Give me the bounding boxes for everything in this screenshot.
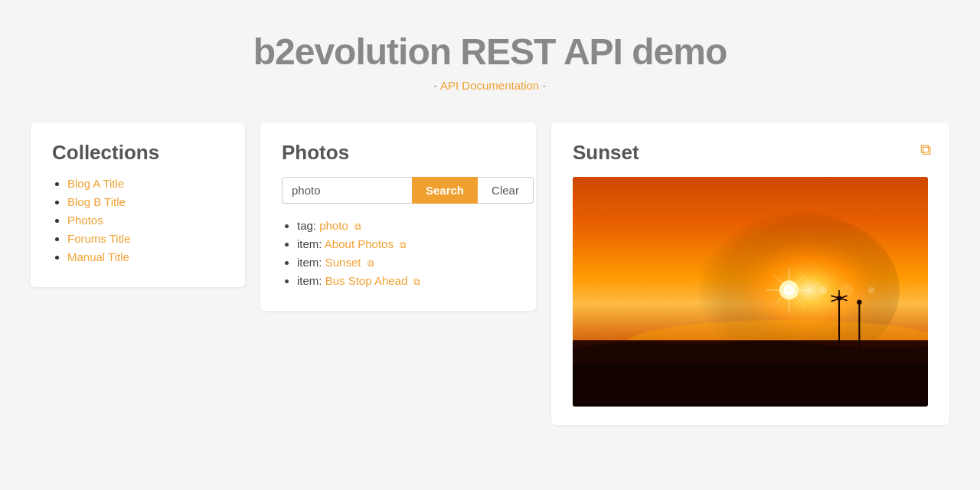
sunset-heading: Sunset <box>573 141 928 165</box>
list-item: Photos <box>67 214 224 227</box>
list-item: tag: photo ⧉ <box>297 219 514 232</box>
sunset-external-link-icon[interactable]: ⧉ <box>920 141 931 158</box>
collections-list: Blog A Title Blog B Title Photos Forums … <box>52 177 224 264</box>
api-doc-link[interactable]: API Documentation <box>440 79 539 92</box>
list-item: Blog B Title <box>67 195 224 209</box>
list-item: item: About Photos ⧉ <box>297 237 514 250</box>
photos-panel: Photos Search Clear tag: photo ⧉ item: A… <box>260 122 536 311</box>
result-link-sunset[interactable]: Sunset <box>325 256 361 269</box>
main-content: Collections Blog A Title Blog B Title Ph… <box>0 107 980 456</box>
list-item: Forums Title <box>67 232 224 246</box>
list-item: item: Sunset ⧉ <box>297 256 514 269</box>
search-input[interactable] <box>282 177 412 204</box>
list-item: item: Bus Stop Ahead ⧉ <box>297 274 514 287</box>
external-link-icon: ⧉ <box>413 276 420 287</box>
photos-heading: Photos <box>282 141 514 165</box>
result-link-bus-stop[interactable]: Bus Stop Ahead <box>325 274 408 287</box>
collection-link-blog-a[interactable]: Blog A Title <box>67 177 124 190</box>
api-doc-subtitle: - API Documentation - <box>15 79 965 92</box>
list-item: Manual Title <box>67 250 224 264</box>
result-link-about-photos[interactable]: About Photos <box>325 237 394 250</box>
results-list: tag: photo ⧉ item: About Photos ⧉ item: … <box>282 219 514 287</box>
clear-button[interactable]: Clear <box>478 177 534 204</box>
svg-point-17 <box>857 300 861 305</box>
list-item: Blog A Title <box>67 177 224 191</box>
external-link-icon: ⧉ <box>354 221 361 232</box>
external-link-icon: ⧉ <box>368 258 374 269</box>
sunset-image <box>573 177 928 407</box>
collection-link-photos[interactable]: Photos <box>67 214 103 227</box>
external-link-icon: ⧉ <box>400 240 407 250</box>
page-header: b2evolution REST API demo - API Document… <box>0 0 980 107</box>
search-results: tag: photo ⧉ item: About Photos ⧉ item: … <box>282 219 514 287</box>
page-title: b2evolution REST API demo <box>15 31 965 73</box>
sunset-panel: Sunset ⧉ <box>551 122 949 425</box>
svg-point-8 <box>819 286 828 295</box>
svg-point-10 <box>868 287 874 293</box>
collection-link-manual[interactable]: Manual Title <box>67 250 129 263</box>
result-link-tag-photo[interactable]: photo <box>319 219 348 232</box>
svg-point-9 <box>841 283 854 296</box>
svg-rect-13 <box>573 364 928 407</box>
subtitle-prefix: - <box>434 79 440 92</box>
page-wrapper: b2evolution REST API demo - API Document… <box>0 0 980 456</box>
collection-link-forums[interactable]: Forums Title <box>67 232 131 245</box>
collections-heading: Collections <box>52 141 224 165</box>
search-bar: Search Clear <box>282 177 514 204</box>
collection-link-blog-b[interactable]: Blog B Title <box>67 195 126 208</box>
subtitle-suffix: - <box>539 79 546 92</box>
collections-panel: Collections Blog A Title Blog B Title Ph… <box>31 122 245 287</box>
search-button[interactable]: Search <box>412 177 478 204</box>
